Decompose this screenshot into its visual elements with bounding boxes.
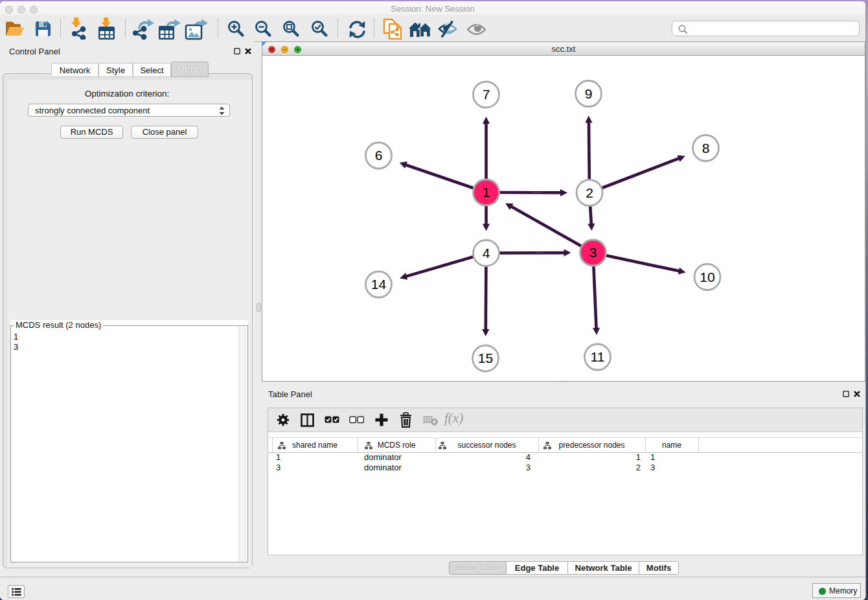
svg-text:10: 10: [700, 270, 714, 284]
svg-text:14: 14: [371, 277, 387, 292]
svg-text:11: 11: [591, 349, 605, 364]
svg-text:6: 6: [375, 148, 383, 163]
svg-text:7: 7: [483, 87, 490, 102]
svg-text:8: 8: [702, 141, 710, 156]
svg-text:1: 1: [483, 185, 490, 200]
svg-text:15: 15: [478, 351, 493, 365]
svg-text:4: 4: [483, 246, 490, 260]
svg-text:9: 9: [585, 86, 593, 101]
svg-text:3: 3: [589, 245, 597, 260]
svg-text:2: 2: [586, 185, 593, 200]
